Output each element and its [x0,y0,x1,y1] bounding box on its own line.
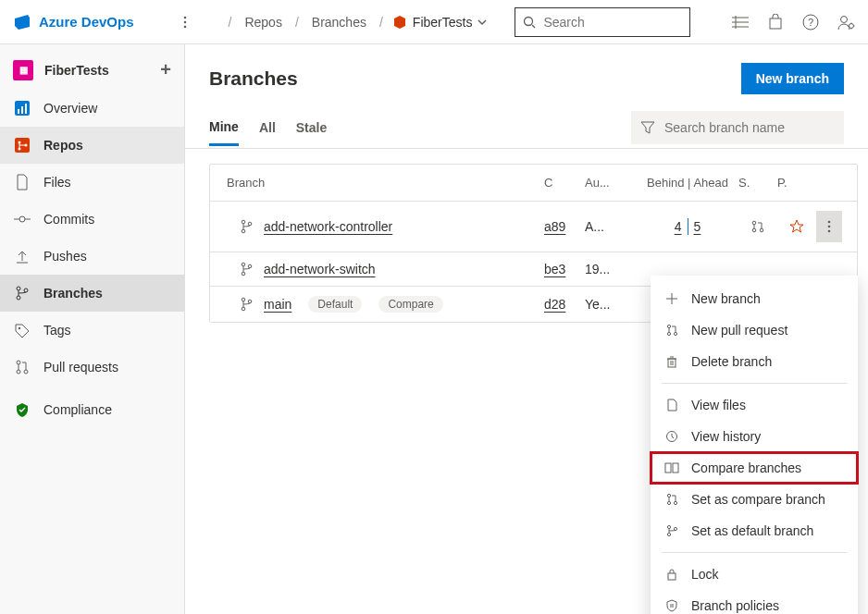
sidebar-item-files[interactable]: Files [0,164,184,201]
sidebar-item-label: Pushes [43,249,87,264]
sidebar-item-tags[interactable]: Tags [0,312,184,349]
col-commit: C [544,176,585,190]
top-actions: ? [731,13,855,31]
branch-icon [240,297,253,312]
branch-link[interactable]: main [264,297,291,312]
main-content: Branches New branch Mine All Stale Branc… [185,44,868,614]
user-settings-icon[interactable] [837,13,855,31]
ctx-new-branch[interactable]: New branch [651,283,858,314]
sidebar-item-commits[interactable]: Commits [0,201,184,238]
brand[interactable]: Azure DevOps [13,13,134,31]
ctx-compare-branches[interactable]: Compare branches [651,452,858,484]
ctx-view-history[interactable]: View history [651,421,858,452]
tab-mine[interactable]: Mine [209,114,239,146]
pull-request-icon [663,491,680,508]
svg-point-44 [828,226,831,228]
help-icon[interactable]: ? [801,13,820,31]
more-options-button[interactable] [816,211,842,242]
ctx-label: New branch [691,291,761,306]
ctx-label: Lock [691,567,719,582]
svg-point-31 [17,296,20,300]
author-cell: A... [585,219,637,234]
compliance-icon [13,400,31,419]
trash-icon [663,353,680,370]
svg-point-47 [242,272,245,276]
default-pill: Default [308,296,362,313]
ctx-set-default[interactable]: Set as default branch [651,515,858,546]
ctx-label: Compare branches [691,460,801,475]
svg-point-33 [19,327,20,329]
behind-ahead[interactable]: 4 5 [637,218,738,235]
breadcrumb-project-label: FiberTests [413,15,473,30]
sidebar-item-label: Files [43,175,71,190]
kebab-icon[interactable] [179,15,192,30]
branch-search-input[interactable] [664,120,835,135]
breadcrumb-repos[interactable]: Repos [241,11,285,33]
branch-icon [240,262,253,276]
ctx-view-files[interactable]: View files [651,389,858,421]
svg-point-48 [248,264,252,268]
new-branch-button[interactable]: New branch [741,63,844,94]
svg-point-32 [24,289,28,292]
ctx-branch-policies[interactable]: Branch policies [651,590,858,614]
svg-point-26 [19,216,25,222]
global-search-input[interactable] [543,15,705,30]
sidebar: ▦ FiberTests + Overview Repos Files Comm… [0,44,185,614]
ctx-new-pull-request[interactable]: New pull request [651,314,858,346]
svg-point-68 [667,525,670,528]
compare-pill: Compare [378,296,442,313]
ctx-delete-branch[interactable]: Delete branch [651,346,858,377]
plus-icon[interactable]: + [160,59,171,80]
branch-context-menu: New branch New pull request Delete branc… [651,276,858,614]
svg-point-55 [667,332,670,335]
tab-stale[interactable]: Stale [296,115,327,144]
sidebar-project-header[interactable]: ▦ FiberTests + [0,50,184,90]
project-avatar-icon: ▦ [13,60,33,80]
sidebar-item-label: Compliance [43,402,112,417]
svg-point-69 [667,533,670,535]
pull-request-icon[interactable] [738,219,777,234]
list-icon[interactable] [731,13,750,31]
push-icon [13,247,31,265]
behind-count[interactable]: 4 [669,219,688,234]
ctx-lock[interactable]: Lock [651,559,858,590]
file-icon [663,397,680,413]
sidebar-item-label: Tags [43,323,71,338]
commit-link[interactable]: d28 [544,297,565,312]
sidebar-item-branches[interactable]: Branches [0,275,184,312]
pull-request-icon [13,358,31,376]
branch-icon [663,522,680,539]
breadcrumb: / Repos / Branches / FiberTests [229,11,488,33]
ctx-label: New pull request [691,323,787,338]
svg-point-51 [248,300,252,303]
market-icon[interactable] [766,13,785,31]
breadcrumb-project[interactable]: FiberTests [392,15,488,30]
sidebar-item-compliance[interactable]: Compliance [0,391,184,428]
breadcrumb-branches[interactable]: Branches [308,11,370,33]
svg-point-35 [17,370,20,374]
global-search[interactable] [515,7,690,37]
branch-icon [240,219,253,234]
tab-all[interactable]: All [259,115,276,144]
svg-point-37 [242,220,245,224]
ctx-label: View history [691,429,761,444]
commit-link[interactable]: be3 [544,262,565,276]
star-icon[interactable] [777,219,816,234]
svg-point-36 [24,370,28,374]
svg-point-50 [242,307,245,311]
sidebar-item-repos[interactable]: Repos [0,127,184,164]
branch-search[interactable] [631,111,844,144]
branch-link[interactable]: add-network-controller [264,219,392,234]
svg-point-67 [674,501,676,504]
col-author: Au... [585,176,637,190]
sidebar-item-pull-requests[interactable]: Pull requests [0,349,184,386]
commit-link[interactable]: a89 [544,219,565,234]
branch-link[interactable]: add-network-switch [264,262,376,276]
table-row: add-network-controller a89 A... 4 5 [210,201,857,252]
sidebar-item-label: Overview [43,101,97,116]
sidebar-item-overview[interactable]: Overview [0,90,184,127]
search-icon [523,16,536,29]
ahead-count[interactable]: 5 [688,219,707,234]
ctx-set-compare[interactable]: Set as compare branch [651,484,858,515]
sidebar-item-pushes[interactable]: Pushes [0,238,184,275]
